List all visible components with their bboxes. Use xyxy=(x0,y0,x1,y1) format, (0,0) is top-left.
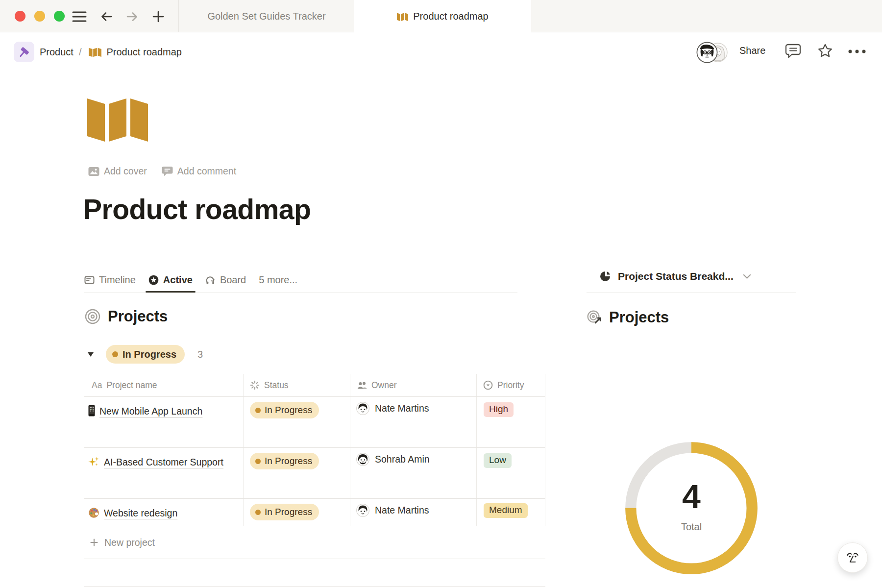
view-tab-board[interactable]: Board xyxy=(205,267,246,293)
workspace-icon[interactable] xyxy=(14,42,34,62)
chart-view-selector[interactable]: Project Status Breakd... xyxy=(599,270,751,283)
divider xyxy=(84,293,517,293)
tab-product-roadmap[interactable]: Product roadmap xyxy=(354,0,531,33)
status-cell[interactable]: In Progress xyxy=(244,448,350,498)
breadcrumb-separator: / xyxy=(79,47,82,58)
view-tab-label: Active xyxy=(163,274,193,286)
owner-cell[interactable]: Nate Martins xyxy=(350,397,477,447)
donut-chart: 4 Total xyxy=(620,437,762,579)
add-cover-button[interactable]: Add cover xyxy=(88,166,147,177)
spinner-icon xyxy=(250,380,260,390)
group-label: In Progress xyxy=(122,349,176,360)
priority-cell[interactable]: Medium xyxy=(477,499,545,526)
view-tab-label: Board xyxy=(220,274,246,286)
owner-name: Sohrab Amin xyxy=(375,454,430,465)
breadcrumb-root[interactable]: Product xyxy=(40,47,74,58)
share-label: Share xyxy=(739,45,765,56)
share-button[interactable]: Share xyxy=(736,43,768,58)
close-window-button[interactable] xyxy=(15,11,25,22)
comment-icon[interactable] xyxy=(785,43,802,59)
breadcrumb: Product / Product roadmap xyxy=(14,41,182,63)
owner-cell[interactable]: Sohrab Amin xyxy=(350,448,477,498)
view-tab-active[interactable]: Active xyxy=(148,267,193,293)
back-icon[interactable] xyxy=(98,9,114,24)
new-project-button[interactable]: New project xyxy=(84,526,545,559)
priority-pill: Medium xyxy=(484,503,528,518)
column-label: Owner xyxy=(371,380,397,391)
priority-cell[interactable]: High xyxy=(477,397,545,447)
priority-pill: High xyxy=(484,402,514,417)
page-title[interactable]: Product roadmap xyxy=(83,193,311,225)
column-header-project-name[interactable]: Aa Project name xyxy=(84,374,244,396)
column-label: Project name xyxy=(106,380,157,391)
text-type-icon: Aa xyxy=(92,380,102,391)
table-row[interactable]: New Mobile App Launch In Progress Nate M… xyxy=(84,397,545,448)
project-link[interactable]: New Mobile App Launch xyxy=(99,406,202,416)
breadcrumb-current[interactable]: Product roadmap xyxy=(107,47,182,58)
avatar xyxy=(356,504,369,517)
status-dot xyxy=(255,408,261,413)
plus-icon xyxy=(89,538,99,547)
priority-cell[interactable]: Low xyxy=(477,448,545,498)
table-row[interactable]: Website redesign In Progress Nate Martin… xyxy=(84,499,545,526)
chart-view-label: Project Status Breakd... xyxy=(618,270,734,282)
column-header-priority[interactable]: Priority xyxy=(477,374,545,396)
hammer-icon xyxy=(17,45,31,59)
star-icon[interactable] xyxy=(817,43,833,59)
divider xyxy=(587,293,796,293)
window-titlebar: Golden Set Guides Tracker Product roadma… xyxy=(0,0,882,32)
donut-total-value: 4 xyxy=(620,477,762,515)
page-icon-map[interactable] xyxy=(87,95,148,142)
triangle-down-icon[interactable] xyxy=(87,351,94,357)
project-name-cell[interactable]: Website redesign xyxy=(84,499,244,526)
tab-golden-set-guides-tracker[interactable]: Golden Set Guides Tracker xyxy=(179,0,354,32)
section-title: Projects xyxy=(609,309,669,326)
comment-bubble-icon xyxy=(162,166,173,176)
owner-name: Nate Martins xyxy=(375,403,429,414)
status-cell[interactable]: In Progress xyxy=(244,499,350,526)
status-dot xyxy=(112,351,118,357)
zoom-window-button[interactable] xyxy=(54,11,65,22)
project-name-cell[interactable]: New Mobile App Launch xyxy=(84,397,244,447)
owner-cell[interactable]: Nate Martins xyxy=(350,499,477,526)
map-icon xyxy=(397,12,408,21)
status-dot xyxy=(255,510,261,515)
view-tab-timeline[interactable]: Timeline xyxy=(84,267,136,293)
face-icon xyxy=(843,548,862,567)
status-cell[interactable]: In Progress xyxy=(244,397,350,447)
forward-icon[interactable] xyxy=(124,9,140,24)
donut-total-label: Total xyxy=(620,521,762,533)
target-icon xyxy=(84,308,101,325)
add-comment-button[interactable]: Add comment xyxy=(162,166,236,177)
new-tab-icon[interactable] xyxy=(150,9,166,24)
view-tabs-more[interactable]: 5 more... xyxy=(259,267,297,293)
project-link[interactable]: AI-Based Customer Support xyxy=(104,457,223,467)
project-name-cell[interactable]: AI-Based Customer Support xyxy=(84,448,244,498)
view-tabs: Timeline Active Board 5 more... xyxy=(84,267,297,293)
collaborator-avatars[interactable] xyxy=(696,42,729,63)
chart-section-heading[interactable]: Projects xyxy=(587,309,669,326)
table-header-row: Aa Project name Status Owner Priority xyxy=(84,374,545,397)
table-row[interactable]: AI-Based Customer Support In Progress So… xyxy=(84,448,545,499)
priority-pill: Low xyxy=(484,453,512,468)
group-status-pill[interactable]: In Progress xyxy=(106,345,185,364)
mobile-phone-icon xyxy=(88,405,95,416)
add-cover-label: Add cover xyxy=(104,166,147,177)
target-link-icon xyxy=(587,310,602,325)
column-header-status[interactable]: Status xyxy=(244,374,350,396)
projects-table: Aa Project name Status Owner Priority xyxy=(84,374,545,587)
column-header-owner[interactable]: Owner xyxy=(350,374,477,396)
status-label: In Progress xyxy=(265,456,312,466)
image-icon xyxy=(88,167,99,176)
priority-icon xyxy=(483,380,493,390)
avatar xyxy=(696,42,718,63)
sidebar-menu-icon[interactable] xyxy=(72,9,87,24)
minimize-window-button[interactable] xyxy=(34,11,45,22)
status-label: In Progress xyxy=(265,405,312,416)
sparkles-icon xyxy=(88,456,99,467)
more-icon[interactable] xyxy=(848,49,866,54)
view-tabs-more-label: 5 more... xyxy=(259,274,297,286)
ai-assistant-button[interactable] xyxy=(837,542,868,573)
project-link[interactable]: Website redesign xyxy=(104,508,177,518)
column-label: Priority xyxy=(497,380,524,391)
